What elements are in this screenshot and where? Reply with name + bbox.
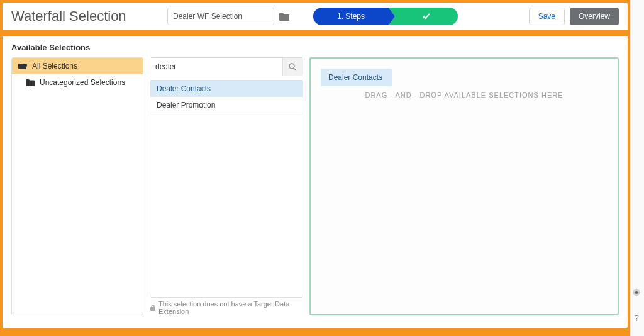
dropzone-hint: DRAG - AND - DROP AVAILABLE SELECTIONS H… <box>321 91 608 99</box>
tree-item-label: All Selections <box>32 62 77 70</box>
folder-icon <box>26 79 35 86</box>
search-button[interactable] <box>282 58 303 76</box>
gear-icon <box>632 288 641 297</box>
search-row <box>150 57 303 76</box>
app-frame: Waterfall Selection 1. Steps Save <box>0 0 644 336</box>
svg-point-0 <box>289 64 294 69</box>
tree-item-label: Uncategorized Selections <box>40 78 125 87</box>
steps-wrap: 1. Steps <box>313 8 458 25</box>
header-card: Waterfall Selection 1. Steps Save <box>3 3 628 30</box>
body-card: Available Selections All Selections Unca… <box>3 36 628 328</box>
svg-rect-2 <box>150 307 155 311</box>
help-icon: ? <box>634 313 638 323</box>
svg-line-1 <box>294 68 296 70</box>
tree-item-all-selections[interactable]: All Selections <box>12 58 143 74</box>
save-button[interactable]: Save <box>529 8 565 25</box>
footer-hint-row: This selection does not have a Target Da… <box>150 300 303 315</box>
dropzone-chip[interactable]: Dealer Contacts <box>321 69 392 86</box>
tree-panel: All Selections Uncategorized Selections <box>11 57 143 315</box>
list-box: Dealer Contacts Dealer Promotion <box>150 80 303 298</box>
check-icon <box>422 12 431 21</box>
list-panel: Dealer Contacts Dealer Promotion This se… <box>150 57 303 315</box>
section-title: Available Selections <box>11 43 619 52</box>
orange-wrap: Waterfall Selection 1. Steps Save <box>0 0 630 336</box>
dropzone[interactable]: Dealer Contacts DRAG - AND - DROP AVAILA… <box>309 57 619 315</box>
lock-icon <box>150 305 156 311</box>
footer-hint-text: This selection does not have a Target Da… <box>158 300 303 315</box>
folder-open-icon <box>18 62 27 70</box>
list-item[interactable]: Dealer Promotion <box>150 97 303 113</box>
tree-item-uncategorized[interactable]: Uncategorized Selections <box>12 74 143 91</box>
help-button[interactable]: ? <box>631 312 642 323</box>
right-strip: ? <box>630 0 644 336</box>
columns: All Selections Uncategorized Selections <box>11 57 619 315</box>
header-actions: Save Overview <box>529 8 619 25</box>
folder-icon[interactable] <box>279 12 289 21</box>
step-1-label: 1. Steps <box>337 12 365 21</box>
search-icon <box>289 63 297 71</box>
list-item[interactable]: Dealer Contacts <box>150 81 303 97</box>
name-field-wrap <box>167 8 289 25</box>
step-2[interactable] <box>389 8 458 25</box>
settings-button[interactable] <box>631 287 642 298</box>
step-1[interactable]: 1. Steps <box>313 8 389 25</box>
selection-name-input[interactable] <box>167 8 274 25</box>
search-input[interactable] <box>150 58 282 76</box>
page-title: Waterfall Selection <box>11 8 156 25</box>
overview-button[interactable]: Overview <box>570 8 619 25</box>
